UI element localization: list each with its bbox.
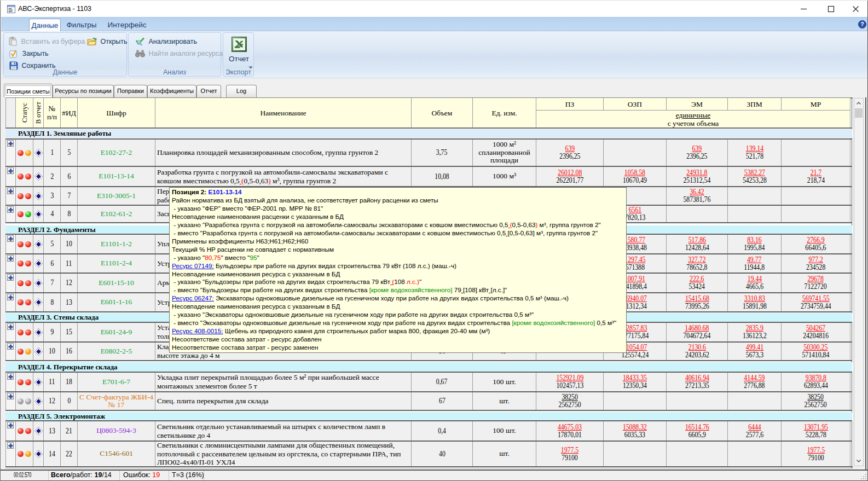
svg-text:?: ? (860, 21, 864, 27)
